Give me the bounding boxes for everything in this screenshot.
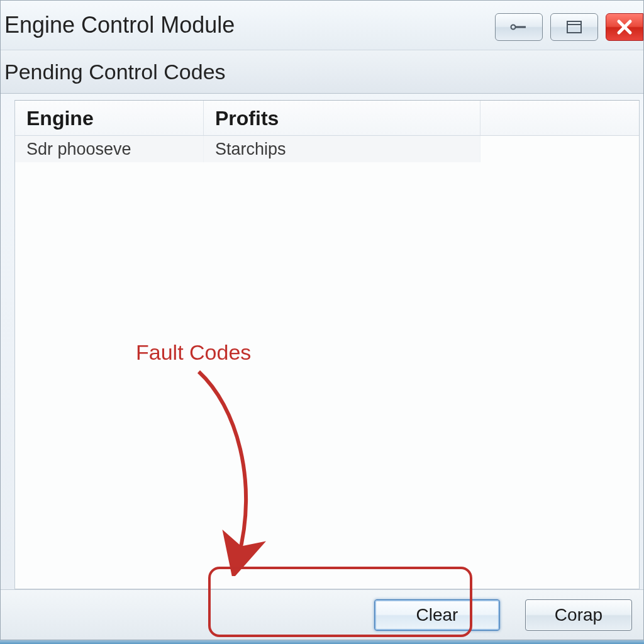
svg-rect-1 bbox=[516, 26, 526, 28]
corap-button[interactable]: Corap bbox=[525, 599, 632, 631]
column-header-profits[interactable]: Profits bbox=[204, 101, 480, 135]
cell-engine: Sdr phooseve bbox=[15, 136, 204, 162]
close-button[interactable] bbox=[606, 13, 643, 41]
titlebar: Engine Control Module bbox=[1, 1, 643, 50]
minimize-button[interactable] bbox=[495, 13, 543, 41]
maximize-button[interactable] bbox=[550, 13, 598, 41]
close-icon bbox=[616, 19, 633, 35]
table-header-row: Engine Profits bbox=[15, 101, 639, 136]
table-row[interactable]: Sdr phooseve Starchips bbox=[15, 136, 639, 162]
app-window: Engine Control Module bbox=[0, 0, 644, 640]
window-bottom-border bbox=[0, 640, 644, 644]
button-bar: Clear Corap bbox=[1, 589, 643, 640]
clear-button[interactable]: Clear bbox=[374, 599, 500, 631]
cell-profits: Starchips bbox=[204, 136, 480, 162]
content-panel: Engine Profits Sdr phooseve Starchips bbox=[14, 100, 640, 589]
annotation-label: Fault Codes bbox=[136, 340, 251, 365]
codes-table: Engine Profits Sdr phooseve Starchips bbox=[15, 101, 639, 162]
svg-point-0 bbox=[511, 25, 516, 30]
window-title: Engine Control Module bbox=[4, 12, 235, 38]
column-header-engine[interactable]: Engine bbox=[15, 101, 204, 135]
svg-rect-2 bbox=[567, 21, 581, 33]
window-controls bbox=[495, 13, 643, 41]
cell-empty bbox=[480, 136, 639, 162]
subtitle-text: Pending Control Codes bbox=[4, 60, 226, 84]
minimize-icon bbox=[509, 22, 528, 32]
maximize-icon bbox=[566, 20, 582, 34]
subtitle-bar: Pending Control Codes bbox=[1, 50, 643, 94]
column-header-empty[interactable] bbox=[480, 101, 639, 135]
